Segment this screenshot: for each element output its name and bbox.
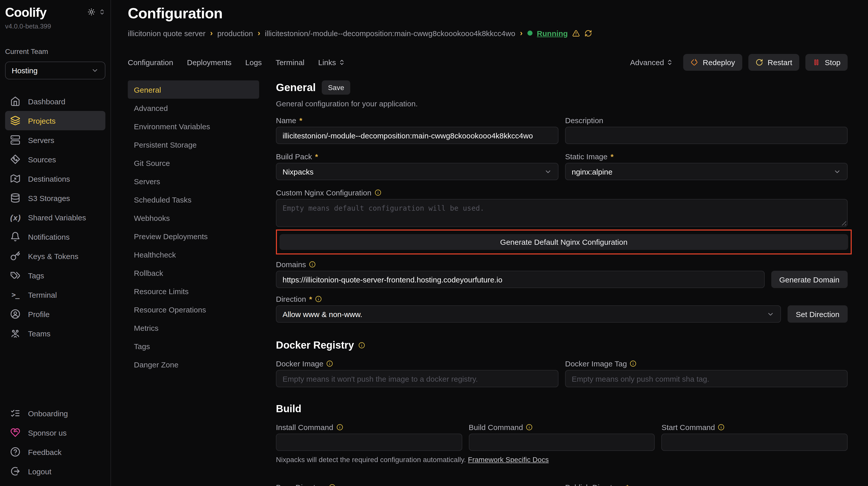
info-icon[interactable] (526, 424, 533, 430)
framework-docs-link[interactable]: Framework Specific Docs (468, 455, 549, 464)
chevrons-up-down-icon (666, 59, 673, 66)
sidebar-item-onboarding[interactable]: Onboarding (5, 403, 105, 423)
redeploy-button[interactable]: Redeploy (683, 54, 742, 71)
info-icon[interactable] (374, 189, 381, 196)
section-title: General (276, 82, 316, 94)
save-button[interactable]: Save (322, 80, 350, 95)
help-circle-icon (10, 447, 20, 457)
subnav-metrics[interactable]: Metrics (128, 319, 259, 337)
build-pack-select[interactable]: Nixpacks (276, 163, 558, 180)
docker-image-input[interactable] (276, 370, 558, 387)
tabs-row: Configuration Deployments Logs Terminal … (128, 54, 848, 71)
subnav-resource-operations[interactable]: Resource Operations (128, 300, 259, 319)
tab-links[interactable]: Links (318, 58, 345, 67)
restart-button[interactable]: Restart (748, 54, 800, 71)
build-command-label: Build Command (469, 423, 523, 431)
sidebar-item-shared-variables[interactable]: (x) Shared Variables (5, 207, 105, 227)
docker-image-tag-label: Docker Image Tag (565, 359, 627, 368)
generate-nginx-button[interactable]: Generate Default Nginx Configuration (279, 234, 848, 250)
sidebar-item-sponsor[interactable]: Sponsor us (5, 423, 105, 442)
sidebar-item-s3-storages[interactable]: S3 Storages (5, 188, 105, 207)
direction-select[interactable]: Allow www & non-www. (276, 305, 781, 323)
subnav-environment-variables[interactable]: Environment Variables (128, 117, 259, 135)
info-icon[interactable] (309, 261, 316, 267)
home-icon (10, 96, 20, 106)
sidebar-item-servers[interactable]: Servers (5, 130, 105, 150)
required-marker: * (299, 116, 302, 124)
direction-label: Direction (276, 294, 306, 303)
sidebar-item-notifications[interactable]: Notifications (5, 227, 105, 246)
info-icon[interactable] (718, 424, 725, 430)
build-command-input[interactable] (469, 433, 655, 451)
sidebar-item-profile[interactable]: Profile (5, 304, 105, 324)
advanced-dropdown[interactable]: Advanced (630, 58, 673, 67)
current-team-label: Current Team (5, 47, 105, 56)
stop-button[interactable]: Stop (805, 54, 848, 71)
status-badge[interactable]: Running (537, 29, 568, 37)
sidebar-item-keys-tokens[interactable]: Keys & Tokens (5, 246, 105, 266)
subnav-servers[interactable]: Servers (128, 172, 259, 190)
tab-configuration[interactable]: Configuration (128, 58, 173, 67)
subnav-tags[interactable]: Tags (128, 337, 259, 355)
breadcrumb-environment[interactable]: production (217, 29, 253, 37)
breadcrumb-separator: › (257, 29, 260, 38)
set-direction-button[interactable]: Set Direction (787, 305, 848, 323)
team-select-value: Hosting (12, 66, 38, 75)
info-icon[interactable] (327, 360, 333, 367)
static-image-select[interactable]: nginx:alpine (565, 163, 848, 180)
sidebar-item-teams[interactable]: Teams (5, 324, 105, 343)
redeploy-icon (690, 59, 698, 66)
sidebar-item-dashboard[interactable]: Dashboard (5, 92, 105, 111)
breadcrumb-application[interactable]: illicitestonion/-module--decomposition:m… (265, 29, 516, 37)
subnav-persistent-storage[interactable]: Persistent Storage (128, 135, 259, 154)
subnav-git-source[interactable]: Git Source (128, 154, 259, 172)
start-command-input[interactable] (661, 433, 848, 451)
subnav-webhooks[interactable]: Webhooks (128, 209, 259, 227)
warning-icon[interactable] (572, 29, 580, 37)
theme-switcher-icon[interactable] (99, 9, 105, 15)
name-input[interactable] (276, 127, 558, 144)
domains-input[interactable] (276, 271, 765, 288)
database-icon (10, 193, 20, 203)
git-icon (10, 154, 20, 164)
generate-domain-button[interactable]: Generate Domain (771, 271, 848, 288)
sidebar-item-logout[interactable]: Logout (5, 461, 105, 481)
tab-logs[interactable]: Logs (245, 58, 262, 67)
breadcrumb-project[interactable]: illicitonion quote server (128, 29, 206, 37)
install-command-input[interactable] (276, 433, 462, 451)
sidebar-item-projects[interactable]: Projects (5, 111, 105, 130)
subnav-healthcheck[interactable]: Healthcheck (128, 245, 259, 264)
subnav-rollback[interactable]: Rollback (128, 264, 259, 282)
sidebar-item-sources[interactable]: Sources (5, 150, 105, 169)
subnav-advanced[interactable]: Advanced (128, 99, 259, 117)
info-icon[interactable] (315, 295, 322, 302)
subnav-general[interactable]: General (128, 80, 259, 99)
tags-icon (10, 270, 20, 281)
static-image-label: Static Image (565, 152, 608, 161)
tab-deployments[interactable]: Deployments (187, 58, 231, 67)
nginx-config-textarea[interactable] (276, 199, 848, 227)
config-subnav: General Advanced Environment Variables P… (128, 80, 259, 486)
team-select[interactable]: Hosting (5, 62, 105, 79)
description-input[interactable] (565, 127, 848, 144)
subnav-danger-zone[interactable]: Danger Zone (128, 355, 259, 374)
refresh-icon[interactable] (585, 29, 592, 37)
tab-terminal[interactable]: Terminal (276, 58, 304, 67)
theme-sun-icon[interactable] (88, 8, 95, 16)
sidebar-item-feedback[interactable]: Feedback (5, 442, 105, 461)
info-icon[interactable] (359, 342, 365, 349)
info-icon[interactable] (336, 424, 343, 430)
docker-image-tag-input[interactable] (565, 370, 848, 387)
info-icon[interactable] (630, 360, 637, 367)
page-title: Configuration (128, 5, 848, 22)
layers-icon (10, 116, 20, 126)
chevron-down-icon (91, 67, 99, 74)
sidebar-item-tags[interactable]: Tags (5, 266, 105, 285)
map-icon (10, 173, 20, 184)
info-icon[interactable] (329, 484, 336, 486)
subnav-scheduled-tasks[interactable]: Scheduled Tasks (128, 190, 259, 209)
subnav-preview-deployments[interactable]: Preview Deployments (128, 227, 259, 245)
subnav-resource-limits[interactable]: Resource Limits (128, 282, 259, 300)
sidebar-item-terminal[interactable]: >_ Terminal (5, 285, 105, 304)
sidebar-item-destinations[interactable]: Destinations (5, 169, 105, 188)
